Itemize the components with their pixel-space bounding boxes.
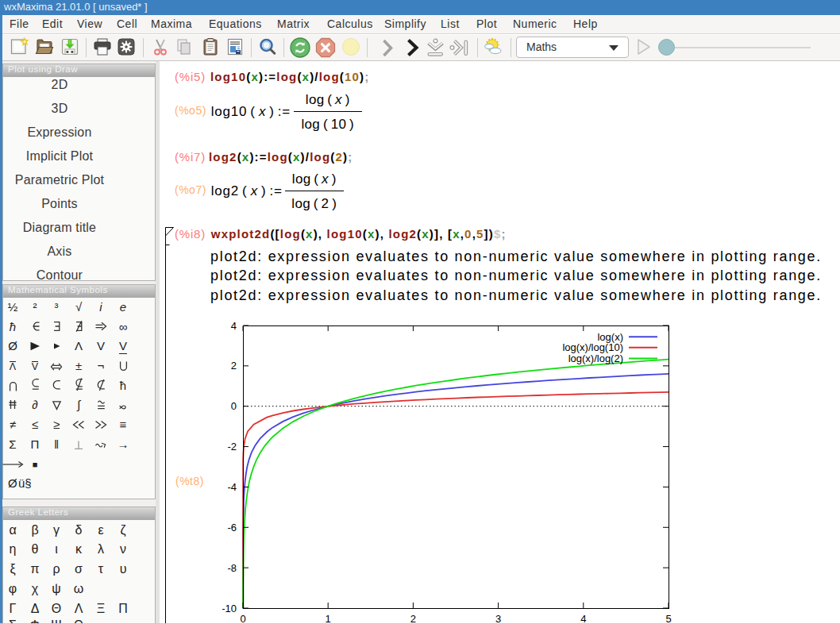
- svg-text:-4: -4: [227, 481, 237, 493]
- svg-text:log(x)/log(2): log(x)/log(2): [568, 352, 623, 364]
- svg-text:2: 2: [231, 360, 237, 372]
- svg-text:-10: -10: [222, 603, 237, 614]
- svg-text:0: 0: [231, 400, 237, 412]
- svg-text:4: 4: [231, 320, 237, 332]
- svg-text:-6: -6: [227, 522, 237, 533]
- svg-text:-8: -8: [227, 562, 237, 574]
- svg-text:-2: -2: [227, 441, 237, 453]
